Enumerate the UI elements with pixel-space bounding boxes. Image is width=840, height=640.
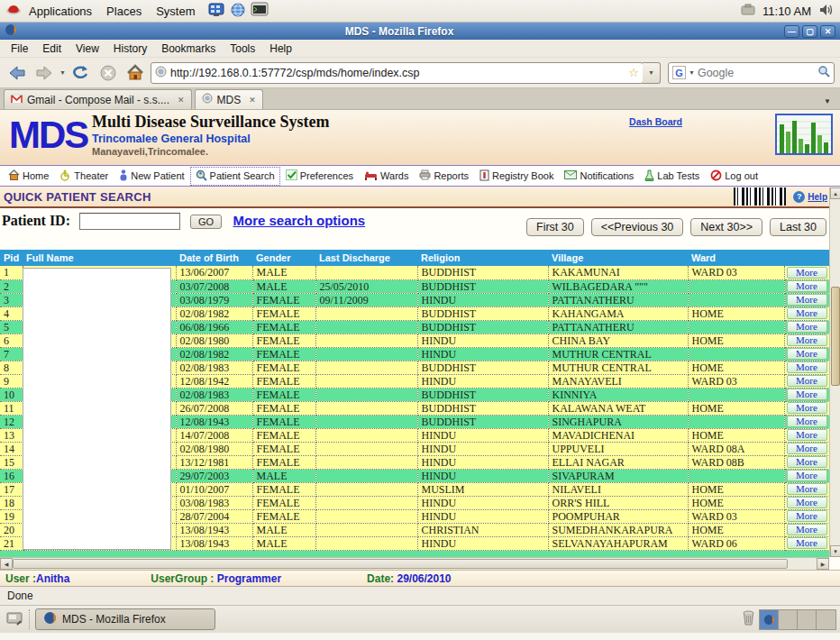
url-bar[interactable]: ☆ bbox=[151, 62, 644, 84]
tab-overflow-icon[interactable]: ▼ bbox=[824, 97, 836, 109]
forward-button[interactable] bbox=[32, 61, 56, 85]
home-button[interactable] bbox=[123, 61, 147, 85]
hospital-name: Trincomalee General Hospital bbox=[92, 133, 329, 145]
nav-theater[interactable]: Theater bbox=[55, 168, 113, 185]
redhat-logo-icon[interactable] bbox=[5, 3, 22, 20]
web-browser-launcher-icon[interactable] bbox=[230, 2, 246, 21]
horizontal-scrollbar[interactable]: ◀ ▶ bbox=[0, 557, 829, 570]
scroll-left-icon[interactable]: ◀ bbox=[0, 558, 13, 570]
back-button[interactable] bbox=[5, 61, 29, 85]
more-link[interactable]: More bbox=[787, 321, 827, 333]
vertical-scrollbar[interactable]: ▲ ▼ bbox=[829, 187, 840, 557]
reload-button[interactable] bbox=[69, 61, 93, 85]
tab-gmail[interactable]: Gmail - Compose Mail - s.s.... ✕ bbox=[4, 89, 192, 109]
url-dropdown-button[interactable]: ▼ bbox=[643, 62, 661, 84]
more-link[interactable]: More bbox=[787, 524, 827, 535]
scroll-right-icon[interactable]: ▶ bbox=[817, 558, 829, 570]
menu-places[interactable]: Places bbox=[99, 3, 149, 20]
nav-reports[interactable]: Reports bbox=[415, 168, 473, 184]
search-magnifier-icon[interactable] bbox=[817, 65, 830, 81]
more-link[interactable]: More bbox=[787, 429, 827, 441]
nav-registry-book[interactable]: Registry Book bbox=[475, 168, 558, 185]
more-link[interactable]: More bbox=[787, 443, 827, 454]
patient-id-input[interactable] bbox=[79, 213, 180, 230]
more-link[interactable]: More bbox=[787, 294, 827, 306]
go-button[interactable]: GO bbox=[190, 215, 222, 229]
pagination-button[interactable]: <<Previous 30 bbox=[591, 218, 684, 236]
nav-notifications[interactable]: Notifications bbox=[560, 169, 638, 183]
nav-lab-tests[interactable]: Lab Tests bbox=[640, 168, 704, 185]
minimize-button[interactable]: — bbox=[784, 25, 799, 38]
workspace-4[interactable] bbox=[817, 610, 835, 629]
more-link[interactable]: More bbox=[787, 307, 827, 319]
menubar-item[interactable]: Bookmarks bbox=[154, 41, 223, 57]
menubar-item[interactable]: Help bbox=[262, 41, 299, 57]
more-search-options-link[interactable]: More search options bbox=[233, 213, 365, 228]
more-link[interactable]: More bbox=[787, 280, 827, 292]
volume-icon[interactable] bbox=[818, 3, 835, 20]
tab-close-icon[interactable]: ✕ bbox=[178, 96, 185, 105]
google-engine-icon[interactable]: G bbox=[672, 66, 686, 79]
more-link[interactable]: More bbox=[787, 348, 827, 360]
show-desktop-button[interactable] bbox=[4, 608, 25, 630]
scroll-up-icon[interactable]: ▲ bbox=[830, 187, 840, 199]
nav-preferences[interactable]: Preferences bbox=[281, 168, 358, 184]
more-link[interactable]: More bbox=[787, 416, 827, 427]
pagination-button[interactable]: Last 30 bbox=[770, 218, 826, 236]
more-link[interactable]: More bbox=[787, 537, 827, 549]
help-icon[interactable]: ? bbox=[793, 191, 805, 203]
nav-patient-search[interactable]: Patient Search bbox=[191, 168, 279, 185]
clock[interactable]: 11:10 AM bbox=[762, 5, 811, 18]
tray-applet-icon[interactable] bbox=[741, 4, 755, 18]
menu-system[interactable]: System bbox=[149, 3, 202, 20]
horizontal-scroll-thumb[interactable] bbox=[13, 559, 788, 569]
vertical-scroll-thumb[interactable] bbox=[831, 287, 840, 386]
dashboard-chart-thumbnail[interactable] bbox=[775, 114, 833, 155]
trash-icon[interactable] bbox=[742, 610, 755, 629]
pagination-button[interactable]: Next 30>> bbox=[690, 218, 762, 236]
web-search-input[interactable] bbox=[698, 67, 815, 79]
computer-launcher-icon[interactable] bbox=[207, 2, 225, 21]
more-link[interactable]: More bbox=[787, 470, 827, 481]
scroll-down-icon[interactable]: ▼ bbox=[830, 545, 840, 557]
stop-button[interactable] bbox=[96, 61, 120, 85]
menubar-item[interactable]: View bbox=[68, 41, 106, 57]
nav-home[interactable]: Home bbox=[4, 168, 53, 184]
bookmark-star-icon[interactable]: ☆ bbox=[628, 66, 639, 79]
tab-mds[interactable]: MDS ✕ bbox=[195, 89, 263, 109]
more-link[interactable]: More bbox=[787, 361, 827, 373]
url-input[interactable] bbox=[170, 67, 625, 79]
more-link[interactable]: More bbox=[787, 375, 827, 387]
forward-dropdown-icon[interactable]: ▼ bbox=[59, 69, 66, 76]
more-link[interactable]: More bbox=[787, 483, 827, 495]
nav-new-patient[interactable]: New Patient bbox=[114, 168, 188, 185]
engine-dropdown-icon[interactable]: ▼ bbox=[689, 69, 695, 76]
workspace-active[interactable] bbox=[760, 610, 779, 629]
more-link[interactable]: More bbox=[787, 334, 827, 346]
close-button[interactable]: ✕ bbox=[820, 25, 835, 38]
more-link[interactable]: More bbox=[787, 402, 827, 414]
menubar-item[interactable]: Edit bbox=[35, 41, 68, 57]
window-titlebar[interactable]: MDS - Mozilla Firefox — ▢ ✕ bbox=[0, 23, 840, 40]
menu-applications[interactable]: Applications bbox=[22, 3, 99, 20]
help-link[interactable]: Help bbox=[808, 192, 827, 202]
search-bar[interactable]: G ▼ bbox=[668, 62, 835, 84]
menubar-item[interactable]: File bbox=[4, 41, 35, 57]
workspace-2[interactable] bbox=[779, 610, 798, 629]
nav-log-out[interactable]: Log out bbox=[706, 168, 762, 185]
more-link[interactable]: More bbox=[787, 510, 827, 522]
pagination-button[interactable]: First 30 bbox=[526, 218, 584, 236]
taskbar-window-button[interactable]: MDS - Mozilla Firefox bbox=[35, 608, 215, 630]
more-link[interactable]: More bbox=[787, 497, 827, 508]
nav-wards[interactable]: Wards bbox=[360, 169, 413, 184]
menubar-item[interactable]: Tools bbox=[223, 41, 262, 57]
workspace-3[interactable] bbox=[798, 610, 817, 629]
menubar-item[interactable]: History bbox=[106, 41, 154, 57]
more-link[interactable]: More bbox=[787, 267, 827, 279]
more-link[interactable]: More bbox=[787, 456, 827, 468]
maximize-button[interactable]: ▢ bbox=[802, 25, 817, 38]
terminal-launcher-icon[interactable] bbox=[251, 2, 269, 21]
tab-close-icon[interactable]: ✕ bbox=[249, 96, 256, 105]
more-link[interactable]: More bbox=[787, 389, 827, 400]
dashboard-link[interactable]: Dash Board bbox=[629, 116, 682, 127]
